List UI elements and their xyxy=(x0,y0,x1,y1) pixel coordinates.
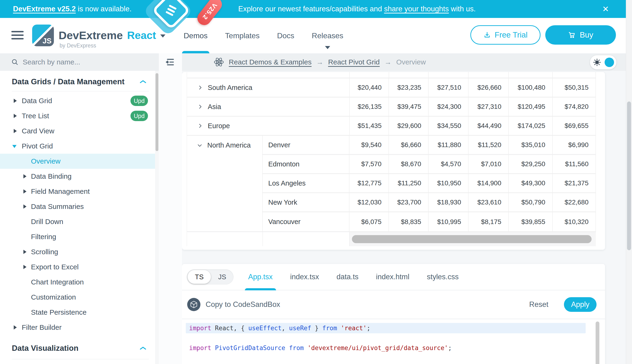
search-input[interactable] xyxy=(23,53,146,71)
breadcrumb-bar: React Demos & Examples → React Pivot Gri… xyxy=(182,53,626,71)
breadcrumb-item[interactable]: Overview xyxy=(396,58,426,66)
apply-button[interactable]: Apply xyxy=(564,297,596,312)
nav-item[interactable]: Releases xyxy=(312,18,343,53)
version-link[interactable]: DevExtreme v25.2 xyxy=(13,5,76,13)
pivot-cell: $24,300 xyxy=(429,98,469,116)
sidebar-item[interactable]: Filtering xyxy=(0,229,159,244)
pivot-hscrollbar[interactable] xyxy=(352,235,592,243)
pivot-cell: $51,435 xyxy=(350,116,389,135)
sidebar-section-data-visualization[interactable]: Data Visualization xyxy=(0,341,159,356)
sidebar-item[interactable]: Pivot Grid xyxy=(0,138,159,154)
pivot-cell: $74,820 xyxy=(553,98,596,116)
pivot-cell: $27,310 xyxy=(469,98,509,116)
banner-explore-message: Explore our newest features/capabilities… xyxy=(238,5,476,13)
pivot-row: Asia $26,135 $39,475 $24,300 $27,310 $12… xyxy=(187,98,596,116)
code-vscrollbar[interactable] xyxy=(596,322,599,364)
sidebar-item[interactable]: Drill Down xyxy=(0,214,159,229)
sidebar-item[interactable]: Data Summaries xyxy=(0,199,159,214)
pivot-cell: $21,375 xyxy=(553,174,596,192)
sidebar-item[interactable]: Card View xyxy=(0,124,159,138)
sidebar-item[interactable]: Export to Excel xyxy=(0,260,159,274)
sidebar-item[interactable]: Tree List Upd xyxy=(0,108,159,124)
collapse-sidebar-icon[interactable] xyxy=(165,58,175,66)
share-thoughts-link[interactable]: share your thoughts xyxy=(384,5,449,13)
pivot-hscrollbar-track xyxy=(350,232,596,246)
sidebar-item[interactable]: Field Management xyxy=(0,184,159,199)
breadcrumb-separator: → xyxy=(384,58,392,66)
sidebar-item[interactable]: Data Grid Upd xyxy=(0,93,159,108)
pivot-cell: $11,560 xyxy=(553,155,596,173)
pivot-grid-table: South America $20,440 $23,235 $27,510 $2… xyxy=(187,72,596,246)
pivot-row-expander[interactable]: South America xyxy=(187,78,350,97)
pivot-row: Europe $51,435 $29,600 $34,550 $44,490 $… xyxy=(187,116,596,136)
breadcrumb-item[interactable]: React Pivot Grid xyxy=(328,58,380,66)
breadcrumb-item[interactable]: React Demos & Examples xyxy=(229,58,312,66)
sidebar-item[interactable]: Data Binding xyxy=(0,169,159,184)
pivot-row-expander[interactable]: Europe xyxy=(187,116,350,135)
breadcrumb-separator: → xyxy=(316,58,323,66)
sidebar-item[interactable]: Overview xyxy=(0,154,159,169)
pivot-city-row: New York $12,030 $23,700 $18,930 $23,610… xyxy=(263,193,596,212)
nav-item[interactable]: Docs xyxy=(277,18,294,53)
free-trial-button[interactable]: Free Trial xyxy=(470,25,541,44)
pivot-cell: $49,300 xyxy=(509,174,553,192)
language-toggle[interactable]: TS JS xyxy=(187,269,234,284)
copy-to-codesandbox[interactable]: Copy to CodeSandBox xyxy=(206,300,280,309)
pivot-cell: $50,315 xyxy=(553,78,596,97)
pivot-row-collapser[interactable]: North America xyxy=(187,136,263,231)
file-tab[interactable]: data.ts xyxy=(337,264,358,290)
code-line: import PivotGridDataSource from 'devextr… xyxy=(186,343,586,353)
triangle-right-icon xyxy=(14,325,17,330)
codesandbox-row: Copy to CodeSandBox Reset Apply xyxy=(182,290,605,319)
sidebar-item[interactable]: Chart Integration xyxy=(0,274,159,290)
page-scrollbar[interactable] xyxy=(627,102,631,250)
pivot-city-row: Los Angeles $12,775 $11,250 $10,950 $14,… xyxy=(263,174,596,193)
pivot-cell: $10,950 xyxy=(429,174,469,192)
triangle-right-icon xyxy=(23,265,27,269)
pivot-city-row: Edmonton $7,570 $8,670 $4,570 $7,010 $29… xyxy=(263,155,596,174)
sidebar-section-data-grids[interactable]: Data Grids / Data Management xyxy=(0,76,159,88)
triangle-right-icon xyxy=(23,189,27,194)
pivot-cell: $39,475 xyxy=(389,98,429,116)
sidebar-item[interactable]: Filter Builder xyxy=(0,320,159,335)
sidebar-scrollbar[interactable] xyxy=(155,73,158,151)
chevron-down-icon[interactable] xyxy=(160,34,165,38)
framework-selector[interactable]: React xyxy=(127,29,156,42)
banner-close-button[interactable]: ✕ xyxy=(602,5,609,13)
file-tab[interactable]: index.html xyxy=(376,264,409,290)
sidebar-item[interactable]: Customization xyxy=(0,290,159,305)
chevron-down-icon xyxy=(325,46,330,49)
download-icon xyxy=(483,31,491,39)
devextreme-js-logo[interactable]: JS xyxy=(32,24,54,46)
language-option-js[interactable]: JS xyxy=(218,273,226,281)
buy-button[interactable]: Buy xyxy=(545,25,616,44)
theme-toggle[interactable] xyxy=(590,55,616,70)
reset-button[interactable]: Reset xyxy=(529,300,548,309)
nav-item[interactable]: Templates xyxy=(225,18,260,53)
pivot-cell: $8,670 xyxy=(389,155,429,173)
hamburger-menu-icon[interactable] xyxy=(11,31,24,40)
pivot-city-label: Vancouver xyxy=(263,212,349,231)
sun-icon xyxy=(593,58,601,66)
triangle-right-icon xyxy=(23,250,27,254)
pivot-cell: $12,775 xyxy=(349,174,389,192)
pivot-cell: $26,660 xyxy=(469,78,509,97)
file-tab[interactable]: App.tsx xyxy=(248,264,273,290)
pivot-cell: $22,680 xyxy=(553,193,596,212)
sidebar-item[interactable]: Scrolling xyxy=(0,244,159,260)
sidebar-item[interactable]: State Persistence xyxy=(0,305,159,320)
code-tabs-row: TS JS App.tsxindex.tsxdata.tsindex.htmls… xyxy=(182,264,605,290)
file-tab[interactable]: styles.css xyxy=(427,264,459,290)
chevron-down-icon xyxy=(197,142,202,148)
theme-toggle-knob xyxy=(604,58,614,67)
cart-icon xyxy=(568,31,576,39)
code-editor[interactable]: import React, { useEffect, useRef } from… xyxy=(182,319,605,364)
pivot-cell: $6,990 xyxy=(553,136,596,154)
pivot-row-expander[interactable]: Asia xyxy=(187,98,350,116)
code-line: import Chart, { xyxy=(186,362,586,364)
pivot-cell: $20,440 xyxy=(350,78,389,97)
pivot-cell: $18,930 xyxy=(429,193,469,212)
file-tab[interactable]: index.tsx xyxy=(290,264,319,290)
pivot-cell: $50,790 xyxy=(509,193,553,212)
pivot-cell: $27,510 xyxy=(429,78,469,97)
